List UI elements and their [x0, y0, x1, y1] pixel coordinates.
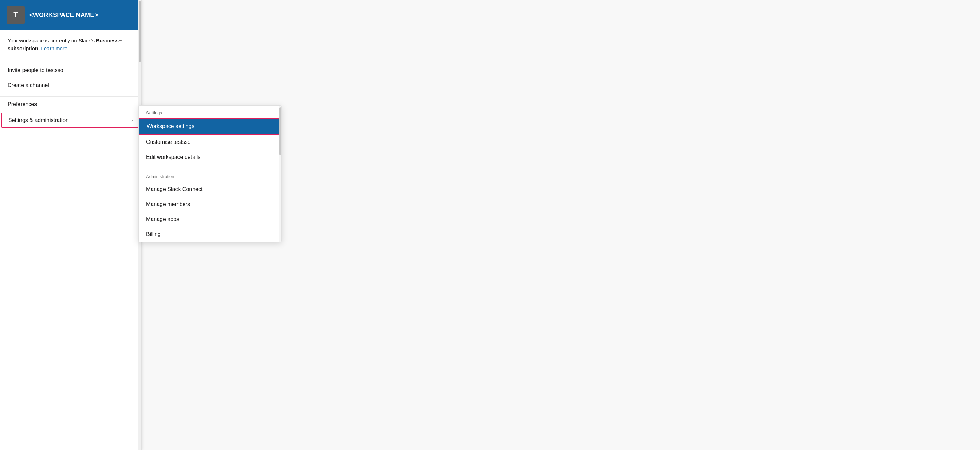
- avatar: T: [7, 6, 25, 24]
- preferences-item[interactable]: Preferences: [0, 97, 141, 112]
- submenu-divider: [138, 167, 281, 167]
- manage-members-item[interactable]: Manage members: [138, 197, 281, 212]
- main-menu: T <WORKSPACE NAME> Your workspace is cur…: [0, 0, 142, 450]
- submenu-scrollbar[interactable]: [278, 105, 281, 242]
- manage-slack-connect-item[interactable]: Manage Slack Connect: [138, 182, 281, 197]
- settings-admin-item[interactable]: Settings & administration ›: [2, 113, 140, 128]
- billing-item[interactable]: Billing: [138, 227, 281, 242]
- submenu: Settings Workspace settings Customise te…: [138, 105, 282, 242]
- scrollbar-thumb[interactable]: [138, 1, 141, 62]
- settings-section-label: Settings: [138, 105, 281, 118]
- submenu-scrollbar-thumb[interactable]: [279, 107, 281, 155]
- invite-people-item[interactable]: Invite people to testsso: [0, 63, 141, 78]
- manage-apps-item[interactable]: Manage apps: [138, 212, 281, 227]
- edit-workspace-item[interactable]: Edit workspace details: [138, 150, 281, 165]
- administration-section-label: Administration: [138, 169, 281, 182]
- subscription-banner: Your workspace is currently on Slack's B…: [0, 30, 141, 59]
- subscription-text: Your workspace is currently on Slack's: [8, 38, 96, 43]
- workspace-name: <WORKSPACE NAME>: [29, 12, 98, 19]
- menu-section-actions: Invite people to testsso Create a channe…: [0, 59, 141, 97]
- learn-more-link[interactable]: Learn more: [41, 45, 67, 51]
- workspace-header: T <WORKSPACE NAME>: [0, 0, 141, 30]
- customise-item[interactable]: Customise testsso: [138, 135, 281, 150]
- workspace-settings-item[interactable]: Workspace settings: [138, 118, 281, 135]
- create-channel-item[interactable]: Create a channel: [0, 78, 141, 93]
- chevron-right-icon: ›: [131, 118, 133, 123]
